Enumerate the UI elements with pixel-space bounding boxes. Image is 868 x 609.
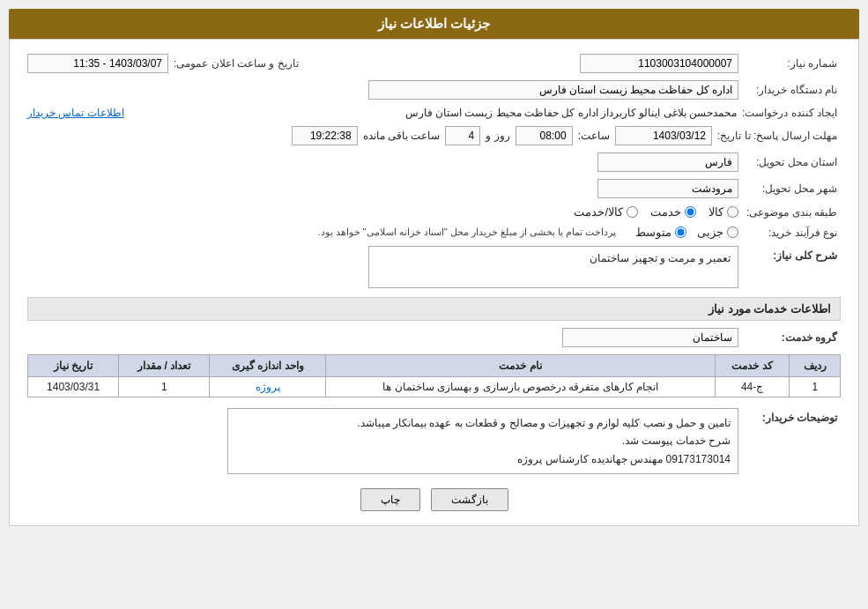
cell-count: 1 [119, 377, 210, 397]
col-row: ردیف [790, 355, 841, 377]
category-kala-khedmat-label: کالا/خدمت [574, 205, 623, 219]
cell-date: 1403/03/31 [28, 377, 119, 397]
col-unit: واحد اندازه گیری [210, 355, 326, 377]
category-khedmat-label: خدمت [650, 205, 681, 219]
table-row: 1 ج-44 انجام کارهای متفرقه درخصوص بازساز… [28, 377, 841, 397]
col-name: نام خدمت [326, 355, 715, 377]
row-deadline: مهلت ارسال پاسخ: تا تاریخ: ساعت: روز و س… [27, 126, 841, 145]
purchase-type-motavasset[interactable]: متوسط [635, 226, 686, 239]
services-section-title: اطلاعات خدمات مورد نیاز [27, 297, 841, 321]
date-input[interactable] [27, 54, 168, 73]
buyer-description-box: تامین و حمل و نصب کلیه لوازم و تجهیزات و… [227, 408, 738, 474]
row-purchase-type: نوع فرآیند خرید: جزیی متوسط پرداخت تمام … [27, 226, 841, 239]
province-input[interactable] [597, 152, 738, 172]
category-radio-khedmat[interactable]: خدمت [650, 205, 696, 219]
need-number-input[interactable] [580, 54, 738, 73]
back-button[interactable]: بازگشت [431, 488, 508, 511]
deadline-days-input[interactable] [445, 126, 480, 145]
buyer-desc-line2: شرح خدمات پیوست شد. [235, 432, 731, 449]
need-number-label: شماره نیاز: [744, 57, 841, 70]
row-buyer-description: توضیحات خریدار: تامین و حمل و نصب کلیه ل… [27, 408, 841, 474]
print-button[interactable]: چاپ [360, 488, 420, 511]
need-description-label: شرح کلی نیاز: [744, 246, 841, 262]
category-radio-group: کالا خدمت کالا/خدمت [574, 205, 738, 219]
deadline-time-input[interactable] [516, 126, 573, 145]
deadline-remaining-label: ساعت باقی مانده [363, 130, 441, 142]
need-description-value: تعمیر و مرمت و تجهیز ساختمان [590, 252, 731, 264]
button-row: بازگشت چاپ [27, 488, 841, 511]
category-radio-kala-khedmat[interactable]: کالا/خدمت [574, 205, 638, 219]
buyer-org-label: نام دستگاه خریدار: [744, 84, 841, 96]
service-group-label: گروه خدمت: [744, 331, 841, 344]
requester-value: محمدحسن بلاغی اینالو کاربرداز اداره کل ح… [130, 107, 737, 119]
purchase-type-radio-group: جزیی متوسط [635, 226, 738, 239]
buyer-description-label: توضیحات خریدار: [744, 408, 841, 424]
row-buyer-org: نام دستگاه خریدار: [27, 80, 841, 100]
buyer-org-input[interactable] [368, 80, 738, 100]
city-label: شهر محل تحویل: [744, 182, 841, 195]
category-kala-label: کالا [708, 205, 723, 219]
category-radio-kala[interactable]: کالا [708, 205, 738, 219]
deadline-date-input[interactable] [615, 126, 712, 145]
deadline-days-label: روز و [486, 130, 509, 142]
service-group-input[interactable] [562, 328, 738, 347]
contact-link[interactable]: اطلاعات تماس خریدار [27, 107, 124, 119]
province-label: استان محل تحویل: [744, 156, 841, 168]
cell-code: ج-44 [715, 377, 790, 397]
col-date: تاریخ نیاز [28, 355, 119, 377]
deadline-remaining-input[interactable] [292, 126, 358, 145]
col-code: کد خدمت [715, 355, 790, 377]
services-table: ردیف کد خدمت نام خدمت واحد اندازه گیری ت… [27, 354, 841, 397]
need-description-box: تعمیر و مرمت و تجهیز ساختمان [368, 246, 738, 288]
deadline-label: مهلت ارسال پاسخ: تا تاریخ: [717, 130, 841, 142]
row-need-description: شرح کلی نیاز: تعمیر و مرمت و تجهیز ساختم… [27, 246, 841, 288]
row-city: شهر محل تحویل: [27, 179, 841, 198]
date-label: تاریخ و ساعت اعلان عمومی: [174, 57, 302, 70]
col-count: تعداد / مقدار [119, 355, 210, 377]
page-title: جزئیات اطلاعات نیاز [378, 16, 490, 31]
row-need-number: شماره نیاز: تاریخ و ساعت اعلان عمومی: [27, 54, 841, 73]
service-group-row: گروه خدمت: [27, 328, 841, 347]
cell-name: انجام کارهای متفرقه درخصوص بازسازی و بهس… [326, 377, 715, 397]
row-category: طبقه بندی موضوعی: کالا خدمت کالا/خدمت [27, 205, 841, 219]
purchase-type-jozi[interactable]: جزیی [697, 226, 738, 239]
purchase-type-label: نوع فرآیند خرید: [744, 227, 841, 239]
purchase-note: پرداخت تمام یا بخشی از مبلغ خریدار محل "… [317, 227, 616, 238]
purchase-motavasset-label: متوسط [635, 226, 671, 239]
main-card: شماره نیاز: تاریخ و ساعت اعلان عمومی: نا… [9, 39, 859, 526]
buyer-desc-line1: تامین و حمل و نصب کلیه لوازم و تجهیزات و… [235, 414, 731, 432]
row-province: استان محل تحویل: [27, 152, 841, 172]
buyer-desc-line3: 09173173014 مهندس جهاندیده کارشناس پروژه [235, 450, 731, 468]
deadline-time-label: ساعت: [578, 130, 610, 142]
row-requester: ایجاد کننده درخواست: محمدحسن بلاغی اینال… [27, 107, 841, 119]
page-wrapper: جزئیات اطلاعات نیاز شماره نیاز: تاریخ و … [0, 0, 868, 609]
cell-row: 1 [790, 377, 841, 397]
cell-unit: پروژه [210, 377, 326, 397]
purchase-jozi-label: جزیی [697, 226, 723, 239]
requester-label: ایجاد کننده درخواست: [742, 107, 841, 119]
city-input[interactable] [597, 179, 738, 198]
page-header: جزئیات اطلاعات نیاز [9, 9, 859, 39]
category-label: طبقه بندی موضوعی: [744, 206, 841, 219]
